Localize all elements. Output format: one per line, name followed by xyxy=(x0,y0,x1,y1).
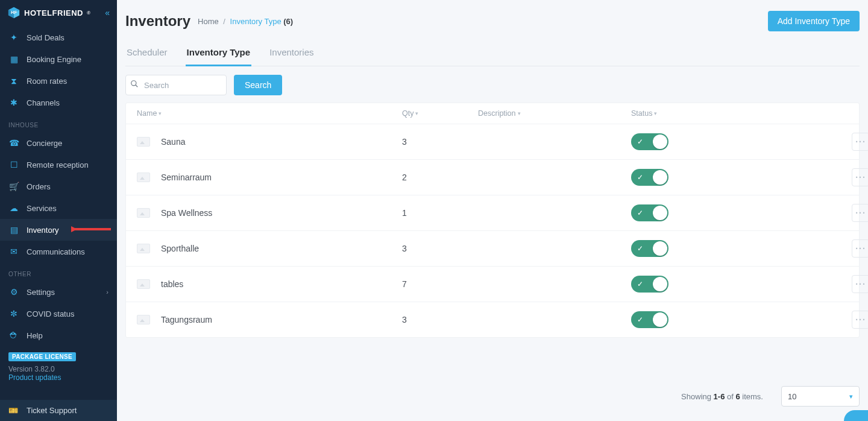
sidebar-item-label: Booking Engine xyxy=(27,55,81,64)
row-actions-button[interactable]: ··· xyxy=(852,275,868,293)
cell-qty: 3 xyxy=(402,244,478,253)
search-wrap xyxy=(125,75,227,95)
check-icon: ✓ xyxy=(637,244,643,253)
cell-name: Sporthalle xyxy=(137,244,402,253)
table-header: Name▾ Qty▾ Description▾ Status▾ xyxy=(126,103,859,124)
breadcrumb: Home / Inventory Type (6) xyxy=(198,17,293,26)
sidebar-item-settings[interactable]: ⚙Settings› xyxy=(0,281,117,303)
thumbnail-icon xyxy=(137,137,150,147)
table-row: Spa Wellness1✓··· xyxy=(126,195,859,231)
cell-status: ✓ xyxy=(631,276,836,293)
status-toggle[interactable]: ✓ xyxy=(631,133,668,150)
chat-widget-peek[interactable] xyxy=(844,410,868,421)
sidebar-item-orders[interactable]: 🛒Orders xyxy=(0,176,117,197)
row-actions-button[interactable]: ··· xyxy=(852,311,868,329)
col-qty[interactable]: Qty▾ xyxy=(402,109,478,118)
logo-icon: HF xyxy=(7,6,20,19)
sidebar-item-booking-engine[interactable]: ▦Booking Engine xyxy=(0,48,117,70)
search-icon xyxy=(130,80,139,90)
cell-qty: 7 xyxy=(402,279,478,289)
ticket-support-button[interactable]: 🎫 Ticket Support xyxy=(0,400,117,421)
col-description[interactable]: Description▾ xyxy=(478,109,631,118)
services-icon: ☁ xyxy=(8,203,19,214)
cell-status: ✓ xyxy=(631,133,836,150)
sidebar-item-label: Sold Deals xyxy=(27,33,64,42)
thumbnail-icon xyxy=(137,208,150,218)
status-toggle[interactable]: ✓ xyxy=(631,204,668,221)
cell-status: ✓ xyxy=(631,311,836,328)
row-actions-button[interactable]: ··· xyxy=(852,204,868,222)
search-button[interactable]: Search xyxy=(234,75,282,95)
communications-icon: ✉ xyxy=(8,246,19,257)
table-row: Tagungsraum3✓··· xyxy=(126,302,859,337)
remote-reception-icon: ☐ xyxy=(8,159,19,170)
sort-caret-icon: ▾ xyxy=(159,110,162,116)
breadcrumb-current[interactable]: Inventory Type xyxy=(230,17,281,26)
orders-icon: 🛒 xyxy=(8,181,19,192)
row-name: Sporthalle xyxy=(161,244,199,253)
add-inventory-type-button[interactable]: Add Inventory Type xyxy=(768,11,860,31)
settings-icon: ⚙ xyxy=(8,286,19,297)
svg-point-5 xyxy=(131,81,136,86)
tabs: SchedulerInventory TypeInventories xyxy=(125,47,860,66)
thumbnail-icon xyxy=(137,173,150,182)
sidebar-item-remote-reception[interactable]: ☐Remote reception xyxy=(0,154,117,176)
status-toggle[interactable]: ✓ xyxy=(631,240,668,257)
sidebar-item-label: Settings xyxy=(27,288,55,297)
thumbnail-icon xyxy=(137,315,150,324)
tab-inventories[interactable]: Inventories xyxy=(268,47,315,66)
sidebar-item-room-rates[interactable]: ⧗Room rates xyxy=(0,70,117,92)
sidebar-item-label: Help xyxy=(27,331,43,340)
breadcrumb-home[interactable]: Home xyxy=(198,17,219,26)
sidebar-item-help[interactable]: ⛑Help xyxy=(0,324,117,346)
logo-reg: ® xyxy=(87,10,90,16)
sidebar-footer: PACKAGE LICENSE Version 3.82.0 Product u… xyxy=(0,346,117,382)
concierge-icon: ☎ xyxy=(8,138,19,148)
chevron-down-icon: ▾ xyxy=(849,393,853,400)
check-icon: ✓ xyxy=(637,209,643,217)
sidebar-item-label: Concierge xyxy=(27,139,62,148)
search-input[interactable] xyxy=(125,75,227,95)
thumbnail-icon xyxy=(137,244,150,253)
status-toggle[interactable]: ✓ xyxy=(631,169,668,186)
sidebar-item-covid-status[interactable]: ✼COVID status xyxy=(0,303,117,324)
sidebar-item-inventory[interactable]: ▤Inventory xyxy=(0,219,117,241)
sidebar-item-channels[interactable]: ✱Channels xyxy=(0,92,117,113)
sidebar-item-services[interactable]: ☁Services xyxy=(0,197,117,219)
product-updates-link[interactable]: Product updates xyxy=(8,373,108,382)
logo-row: HF HOTELFRIEND® « xyxy=(0,0,117,27)
sidebar-item-label: COVID status xyxy=(27,309,74,318)
breadcrumb-sep: / xyxy=(221,17,228,26)
cell-name: Seminarraum xyxy=(137,173,402,182)
row-actions-button[interactable]: ··· xyxy=(852,168,868,186)
svg-text:HF: HF xyxy=(11,10,17,15)
chevron-right-icon: › xyxy=(106,288,108,296)
table-row: tables7✓··· xyxy=(126,267,859,302)
col-status[interactable]: Status▾ xyxy=(631,109,836,118)
help-icon: ⛑ xyxy=(8,330,19,341)
sidebar-item-label: Channels xyxy=(27,98,60,107)
sidebar-item-communications[interactable]: ✉Communications xyxy=(0,241,117,262)
ticket-support-label: Ticket Support xyxy=(27,406,77,415)
package-license-badge: PACKAGE LICENSE xyxy=(8,352,76,361)
sidebar-item-label: Orders xyxy=(27,182,51,191)
room-rates-icon: ⧗ xyxy=(8,75,19,86)
row-actions-button[interactable]: ··· xyxy=(852,239,868,258)
cell-name: tables xyxy=(137,279,402,289)
col-name[interactable]: Name▾ xyxy=(137,109,402,118)
sidebar-item-label: Inventory xyxy=(27,226,58,235)
sidebar-item-concierge[interactable]: ☎Concierge xyxy=(0,132,117,154)
row-actions-button[interactable]: ··· xyxy=(852,133,868,151)
cell-qty: 3 xyxy=(402,315,478,324)
tab-scheduler[interactable]: Scheduler xyxy=(125,47,169,66)
svg-line-6 xyxy=(136,85,138,87)
collapse-sidebar-icon[interactable]: « xyxy=(105,8,110,17)
page-size-select[interactable]: 10 ▾ xyxy=(781,386,860,407)
status-toggle[interactable]: ✓ xyxy=(631,276,668,293)
tab-inventory-type[interactable]: Inventory Type xyxy=(186,47,252,66)
cell-name: Spa Wellness xyxy=(137,208,402,218)
sidebar-item-sold-deals[interactable]: ✦Sold Deals xyxy=(0,27,117,48)
table-row: Seminarraum2✓··· xyxy=(126,160,859,195)
status-toggle[interactable]: ✓ xyxy=(631,311,668,328)
ticket-icon: 🎫 xyxy=(8,406,19,415)
